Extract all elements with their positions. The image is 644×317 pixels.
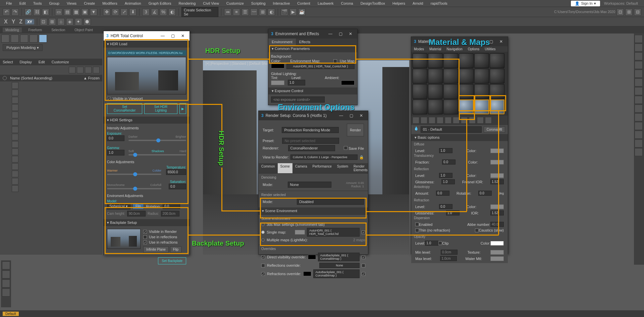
- mat-slot-3[interactable]: [443, 53, 458, 68]
- dirvis-color[interactable]: [308, 255, 316, 259]
- refl-chk[interactable]: [261, 264, 265, 267]
- unlink-icon[interactable]: ⛓: [33, 8, 41, 16]
- saturation-slider[interactable]: [107, 188, 161, 189]
- mat-slot-24[interactable]: [490, 100, 504, 114]
- savefile-check[interactable]: [344, 146, 347, 150]
- close-icon[interactable]: ✕: [179, 33, 187, 39]
- align-icon[interactable]: ≡: [233, 8, 240, 16]
- refl-color[interactable]: [490, 173, 504, 178]
- refr-on[interactable]: [362, 272, 365, 276]
- eyedropper-icon[interactable]: 💧: [414, 126, 419, 133]
- se-ico-10[interactable]: [12, 148, 18, 155]
- select-rect-icon[interactable]: ▦: [72, 8, 80, 16]
- menu-corona[interactable]: Corona: [338, 1, 357, 6]
- se-ico-1[interactable]: [12, 82, 18, 89]
- link-icon[interactable]: 🔗: [24, 8, 32, 16]
- lock-icon[interactable]: 🔒: [359, 155, 364, 160]
- refl-gloss[interactable]: [441, 179, 455, 184]
- material-ed-icon[interactable]: ◐: [268, 8, 275, 16]
- refr-chk[interactable]: [261, 272, 265, 276]
- rendersel-mode[interactable]: Disabled: [297, 199, 364, 205]
- visible-viewport-check[interactable]: [107, 97, 111, 101]
- rt-6[interactable]: [635, 78, 643, 86]
- opt-single[interactable]: [261, 231, 265, 234]
- spinner-snap-icon[interactable]: ◐: [168, 8, 176, 16]
- axis-z[interactable]: Z: [19, 19, 22, 25]
- rt-12[interactable]: [635, 131, 643, 139]
- exposure-slider[interactable]: [128, 140, 186, 141]
- snap-icon[interactable]: 3: [142, 8, 150, 16]
- fresnel-ior[interactable]: [490, 179, 504, 184]
- opt-3dsmax[interactable]: [261, 223, 265, 226]
- maxlevel-input[interactable]: [440, 256, 457, 261]
- set-corona-button[interactable]: Set CoronaRender: [107, 103, 142, 114]
- rs-max-icon[interactable]: ▢: [347, 112, 355, 119]
- env-max-icon[interactable]: ▢: [336, 30, 344, 37]
- se-ico-7[interactable]: [12, 126, 18, 133]
- ambient-swatch[interactable]: [341, 80, 355, 85]
- hdr-load-rollout[interactable]: ▾ HDR Load: [104, 41, 190, 48]
- refr-gloss[interactable]: [446, 210, 460, 215]
- scene-env-rollout[interactable]: ▾ Scene Environment: [259, 207, 368, 214]
- temperature-slider[interactable]: [107, 174, 161, 175]
- lt-1[interactable]: [1, 35, 9, 43]
- se-ico-5[interactable]: [12, 112, 18, 118]
- select-name-icon[interactable]: ▤: [64, 8, 71, 16]
- common-params-rollout[interactable]: ▾ Common Parameters: [268, 45, 357, 52]
- abbe-input[interactable]: [490, 222, 504, 227]
- render-button[interactable]: Render: [347, 124, 364, 136]
- mat-close-icon[interactable]: ✕: [497, 38, 505, 45]
- tab-scene[interactable]: Scene: [278, 163, 292, 173]
- menu-group[interactable]: Group: [46, 1, 63, 6]
- bt-2[interactable]: [2, 270, 10, 278]
- tab-objectpaint[interactable]: Object Paint: [72, 27, 95, 33]
- mat-slot-11[interactable]: [474, 69, 489, 83]
- opt-multi[interactable]: [261, 238, 265, 242]
- rs-min-icon[interactable]: —: [337, 112, 345, 119]
- refr-level[interactable]: [439, 204, 452, 209]
- radius-input[interactable]: [161, 211, 179, 216]
- se-edit[interactable]: Edit: [39, 60, 45, 64]
- rt-3[interactable]: [635, 52, 643, 60]
- se-ico-2[interactable]: [12, 89, 18, 96]
- menu-edit[interactable]: Edit: [16, 1, 29, 6]
- single-color[interactable]: [295, 230, 305, 235]
- aniso-amount[interactable]: [436, 191, 449, 196]
- use-refl-check[interactable]: [143, 235, 147, 239]
- tool-c-icon[interactable]: ⊟: [634, 8, 641, 16]
- se-select[interactable]: Select: [3, 60, 13, 64]
- rotation-input[interactable]: [163, 203, 180, 209]
- axis-xy[interactable]: XY: [25, 19, 34, 24]
- rib-ico-5[interactable]: ✦: [75, 18, 82, 25]
- select-win-icon[interactable]: ▣: [81, 8, 89, 16]
- hdr-path-field[interactable]: D:\WORK\SHARED WORK-FILES\6. HDRI\DURON …: [107, 50, 186, 56]
- saturation-input[interactable]: [169, 184, 186, 189]
- se-ico-3[interactable]: [12, 97, 18, 104]
- maximize-icon[interactable]: ▢: [169, 33, 177, 39]
- model-dropdown[interactable]: Spherical ▾: [107, 203, 130, 209]
- trans-color[interactable]: [490, 160, 504, 165]
- mat-slot-5[interactable]: [474, 53, 489, 68]
- dirvis-chk[interactable]: [261, 255, 265, 259]
- rt-14[interactable]: [635, 148, 643, 156]
- bind-icon[interactable]: ◧: [42, 8, 49, 16]
- trans-fraction[interactable]: [442, 160, 455, 165]
- render-prod-icon[interactable]: ☕: [298, 8, 306, 16]
- se-list-icon[interactable]: [93, 67, 100, 73]
- bg-color-swatch[interactable]: [271, 64, 284, 68]
- axis-y[interactable]: Y: [12, 19, 15, 25]
- rt-13[interactable]: [635, 139, 643, 147]
- mt-1[interactable]: [413, 117, 419, 124]
- mat-slot-2[interactable]: [428, 53, 443, 68]
- mt-8[interactable]: [469, 117, 476, 124]
- gamma-slider[interactable]: [128, 154, 186, 155]
- refr-map[interactable]: AutoBackplate_001 ( CoronaBitmap ): [313, 269, 360, 278]
- curve-ed-icon[interactable]: 〰: [250, 8, 258, 16]
- se-ico-14[interactable]: [12, 178, 18, 185]
- exposure-rollout[interactable]: ▾ Exposure Control: [268, 87, 357, 94]
- tab-relem[interactable]: Render Elements: [351, 163, 370, 173]
- scale-icon[interactable]: ⤢: [120, 8, 128, 16]
- basic-options-rollout[interactable]: ▾ Basic options: [411, 134, 508, 141]
- single-map[interactable]: AutoHDRI_001 ( HDR_Total_Contol.hd: [307, 228, 360, 237]
- poly-modeling-dropdown[interactable]: Polygon Modeling ▾: [3, 44, 43, 51]
